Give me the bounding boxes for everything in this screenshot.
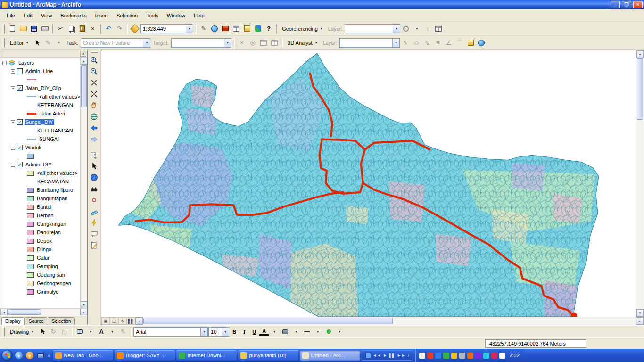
open-button[interactable] [18, 24, 28, 34]
toc-legend-kecamatan[interactable]: Depok [0, 237, 80, 245]
tray-icon[interactable] [467, 353, 473, 359]
link-table-button[interactable] [433, 24, 444, 34]
tray-icon[interactable] [451, 353, 457, 359]
pause-icon[interactable]: ▌▌ [389, 353, 395, 358]
patch-symbol[interactable] [27, 281, 34, 286]
add-data-button[interactable] [130, 24, 140, 34]
quick-launch-chevron-icon[interactable]: » [47, 353, 51, 358]
drawing-menu[interactable]: Drawing ▼ [7, 328, 37, 336]
attributes-button[interactable] [258, 38, 269, 48]
selected-layer-label[interactable]: Sungai_DIY [25, 119, 54, 125]
fixed-zoom-out-tool[interactable] [89, 89, 100, 99]
go-forward-extent-tool[interactable] [89, 134, 100, 145]
menu-tools[interactable]: Tools [142, 11, 162, 20]
scroll-up-icon[interactable]: ▲ [636, 50, 644, 58]
line-symbol[interactable] [27, 139, 36, 140]
cut-button[interactable]: ✂ [55, 24, 66, 34]
rotate-element-button[interactable]: ↻ [48, 327, 58, 337]
go-back-extent-tool[interactable] [89, 123, 100, 133]
editor-toolbar-toggle[interactable]: ✎ [198, 24, 209, 34]
menu-file[interactable]: File [3, 11, 19, 20]
chevron-down-icon[interactable]: ▼ [222, 328, 229, 336]
sketch-tool-dropdown[interactable]: ▼ [54, 38, 64, 48]
previous-track-icon[interactable]: ◄◄ [373, 353, 381, 358]
toc-legend-symbol[interactable] [0, 75, 80, 84]
chevron-down-icon[interactable]: ▼ [143, 39, 150, 47]
menu-help[interactable]: Help [190, 11, 208, 20]
toc-legend-kecamatan[interactable]: Banguntapan [0, 194, 80, 203]
full-extent-tool[interactable] [89, 111, 100, 122]
shape-tool-dropdown[interactable]: ▼ [85, 327, 96, 337]
toc-layer-waduk[interactable]: − ✓ Waduk [0, 143, 80, 152]
tray-icon[interactable] [419, 353, 425, 359]
next-track-icon[interactable]: ►► [397, 353, 405, 358]
measure-tool[interactable] [89, 206, 100, 217]
save-button[interactable] [29, 24, 39, 34]
scrollbar-thumb[interactable] [637, 58, 643, 120]
toc-legend-kecamatan[interactable]: Berbah [0, 211, 80, 220]
analyst-layer-combo[interactable]: ▼ [339, 38, 400, 48]
tray-icon[interactable] [499, 353, 505, 359]
map-canvas[interactable] [101, 50, 636, 317]
quick-launch-desktop-icon[interactable] [36, 351, 45, 360]
layer-checkbox[interactable]: ✓ [17, 145, 23, 150]
new-text-tool[interactable]: A [96, 327, 107, 337]
chevron-down-icon[interactable]: ▼ [393, 25, 400, 33]
patch-symbol[interactable] [27, 255, 34, 261]
menu-insert[interactable]: Insert [91, 11, 112, 20]
editor-menu[interactable]: Editor ▼ [7, 39, 32, 47]
pan-tool[interactable] [89, 100, 100, 111]
tray-icon[interactable] [475, 353, 481, 359]
toc-legend-all-other-values[interactable]: <all other values> [0, 92, 80, 101]
collapse-icon[interactable]: − [11, 69, 15, 74]
print-button[interactable] [40, 24, 50, 34]
toc-layer-admin-diy[interactable]: − ✓ Admin_DIY [0, 160, 80, 169]
toc-legend-kecamatan[interactable]: Gamping [0, 262, 80, 271]
collapse-icon[interactable]: − [11, 86, 15, 90]
layer-checkbox[interactable]: ✓ [17, 85, 23, 91]
edit-tool-button[interactable] [32, 38, 42, 48]
refresh-view-button[interactable]: ↻ [118, 317, 127, 325]
scroll-left-icon[interactable]: ◄ [135, 317, 143, 325]
patch-symbol[interactable] [27, 239, 34, 244]
toolbar-grip[interactable] [3, 327, 5, 337]
patch-symbol[interactable] [27, 196, 34, 201]
new-rectangle-tool[interactable] [74, 327, 85, 337]
map-horizontal-scrollbar[interactable]: ▣ ▢ ↻ ▌▌ ◄ ► [101, 317, 644, 325]
scroll-left-icon[interactable]: ◄ [0, 309, 8, 316]
collapse-icon[interactable]: − [11, 163, 15, 167]
toc-legend-kecamatan[interactable]: Cangkringan [0, 220, 80, 228]
toc-legend-kecamatan[interactable]: Girimulyo [0, 288, 80, 296]
media-app-icon[interactable] [365, 353, 371, 358]
tray-icon[interactable] [435, 353, 441, 359]
toc-legend-symbol[interactable] [0, 152, 80, 160]
layer-checkbox[interactable]: ✓ [17, 162, 23, 167]
fixed-zoom-in-tool[interactable] [89, 77, 100, 88]
layer-checkbox[interactable]: ✓ [17, 119, 23, 125]
task-combo[interactable]: Create New Feature ▼ [81, 38, 150, 48]
select-elements-tool[interactable] [89, 161, 100, 172]
menu-bookmarks[interactable]: Bookmarks [57, 11, 90, 20]
patch-symbol[interactable] [27, 230, 34, 235]
scroll-down-icon[interactable]: ▼ [636, 309, 644, 317]
whats-this-button[interactable]: ? [264, 24, 274, 34]
data-view-button[interactable]: ▣ [101, 317, 110, 325]
fill-color-dropdown[interactable]: ▼ [291, 327, 301, 337]
toc-vertical-scrollbar[interactable]: ▲ ▼ [80, 58, 87, 308]
italic-button[interactable]: I [239, 327, 249, 337]
map-vertical-scrollbar[interactable]: ▲ ▼ [636, 50, 644, 317]
viewlink-button[interactable] [401, 24, 411, 34]
arcscene-button[interactable] [476, 38, 487, 48]
patch-symbol[interactable] [27, 264, 34, 269]
toolbar-grip[interactable] [91, 51, 98, 53]
select-elements-button[interactable] [37, 327, 48, 337]
collapse-icon[interactable]: − [11, 146, 15, 150]
open-table-button[interactable] [231, 24, 241, 34]
collapse-icon[interactable]: − [2, 61, 7, 65]
sketch-tool-button[interactable]: ✎ [43, 38, 53, 48]
toc-layer-sungai-diy[interactable]: − ✓ Sungai_DIY [0, 118, 80, 126]
bold-button[interactable]: B [230, 327, 239, 337]
undo-button[interactable]: ↶ [103, 24, 114, 34]
patch-symbol[interactable] [27, 272, 34, 278]
tray-icon[interactable] [483, 353, 489, 359]
